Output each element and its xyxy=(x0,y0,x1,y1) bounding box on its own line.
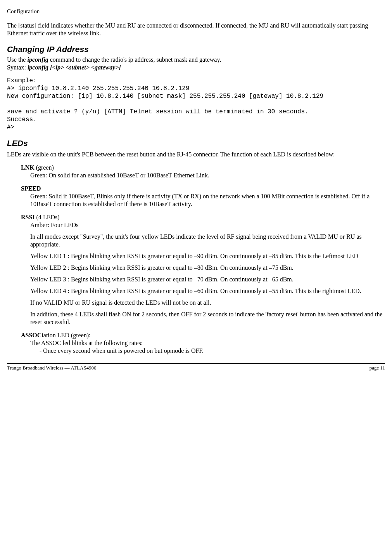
example-code-block: Example: #> ipconfig 10.8.2.140 255.255.… xyxy=(7,77,385,131)
led-assoc-block: ASSOCiation LED (green): xyxy=(21,331,385,339)
lnk-label-suffix: (green) xyxy=(35,164,54,171)
lnk-label: LNK xyxy=(21,164,35,171)
assoc-blink-intro: The ASSOC led blinks at the following ra… xyxy=(30,339,385,347)
ip-usage-line2: Syntax: ipconfig [<ip> <subnet> <gateway… xyxy=(7,64,385,71)
lnk-description: Green: On solid for an established 10Bas… xyxy=(30,172,385,179)
section-changing-ip: Changing IP Address xyxy=(7,44,385,54)
rssi-yellow-led2: Yellow LED 2 : Begins blinking when RSSI… xyxy=(30,264,385,272)
ip-line1-post: command to change the radio's ip address… xyxy=(48,56,221,63)
intro-paragraph: The [status] field indicates whether the… xyxy=(7,22,385,37)
speed-description: Green: Solid if 100BaseT, Blinks only if… xyxy=(30,193,385,208)
page-footer: Trango Broadband Wireless — ATLAS4900 pa… xyxy=(7,363,385,371)
footer-left: Trango Broadband Wireless — ATLAS4900 xyxy=(7,365,97,371)
led-lnk-block: LNK (green) xyxy=(21,164,385,172)
assoc-label-suffix: iation LED (green): xyxy=(41,332,90,338)
rssi-yellow-led4: Yellow LED 4 : Begins blinking when RSSI… xyxy=(30,287,385,295)
rssi-survey-para: In all modes except "Survey", the unit's… xyxy=(30,233,385,248)
page-header: Configuration xyxy=(7,8,385,16)
led-rssi-block: RSSI (4 LEDs) xyxy=(21,213,385,221)
rssi-factory-reset-flash: In addition, these 4 LEDs shall flash ON… xyxy=(30,311,385,326)
led-speed-block: SPEED xyxy=(21,185,385,193)
footer-right: page 11 xyxy=(370,365,385,371)
rssi-yellow-led1: Yellow LED 1 : Begins blinking when RSSI… xyxy=(30,252,385,260)
rssi-label-suffix: (4 LEDs) xyxy=(35,214,60,220)
ipconfig-syntax: ipconfig [<ip> <subnet> <gateway>] xyxy=(28,64,121,71)
ip-usage-line1: Use the ipconfig command to change the r… xyxy=(7,56,385,64)
section-leds: LEDs xyxy=(7,138,385,148)
assoc-bullet-1: - Once every second when unit is powered… xyxy=(40,347,385,355)
speed-label: SPEED xyxy=(21,185,41,192)
rssi-label: RSSI xyxy=(21,214,35,220)
assoc-label: ASSOC xyxy=(21,332,41,338)
ipconfig-command: ipconfig xyxy=(27,56,48,63)
rssi-amber-line: Amber: Four LEDs xyxy=(30,221,385,229)
rssi-yellow-led3: Yellow LED 3 : Begins blinking when RSSI… xyxy=(30,276,385,283)
ip-line1-pre: Use the xyxy=(7,56,27,63)
leds-intro-paragraph: LEDs are visible on the unit's PCB betwe… xyxy=(7,151,385,158)
rssi-no-valid-signal: If no VALID MU or RU signal is detected … xyxy=(30,299,385,307)
ip-line2-pre: Syntax: xyxy=(7,64,28,71)
